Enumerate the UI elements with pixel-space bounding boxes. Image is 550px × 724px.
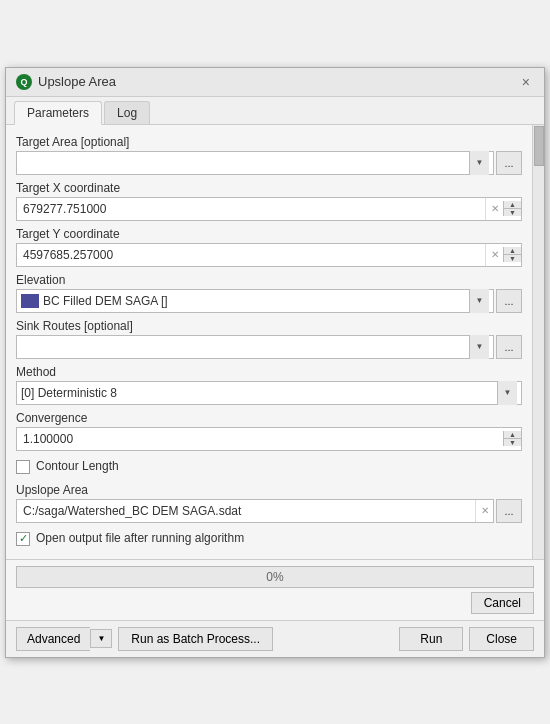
convergence-field: Convergence ▲ ▼ [16,411,522,451]
upslope-area-row: ✕ ... [16,499,522,523]
target-x-clear-button[interactable]: ✕ [485,198,503,220]
sink-routes-browse-button[interactable]: ... [496,335,522,359]
advanced-button-group: Advanced ▼ [16,627,112,651]
target-y-spin-arrows: ▲ ▼ [503,247,521,262]
contour-length-label: Contour Length [36,459,119,473]
method-field: Method [0] Deterministic 8 ▼ [16,365,522,405]
advanced-arrow-button[interactable]: ▼ [90,629,112,648]
target-area-browse-button[interactable]: ... [496,151,522,175]
progress-bar: 0% [16,566,534,588]
parameters-panel: Target Area [optional] ▼ ... Target X co… [6,125,532,559]
progress-area: 0% Cancel [6,559,544,620]
title-bar: Q Upslope Area × [6,68,544,97]
target-x-up-button[interactable]: ▲ [504,201,521,209]
upslope-area-browse-button[interactable]: ... [496,499,522,523]
advanced-button[interactable]: Advanced [16,627,90,651]
target-area-row: ▼ ... [16,151,522,175]
batch-process-button[interactable]: Run as Batch Process... [118,627,273,651]
target-x-field: Target X coordinate ✕ ▲ ▼ [16,181,522,221]
upslope-area-input[interactable] [17,502,475,520]
target-x-input[interactable] [17,200,485,218]
target-area-combo-arrow[interactable]: ▼ [469,151,489,175]
target-area-field: Target Area [optional] ▼ ... [16,135,522,175]
target-y-label: Target Y coordinate [16,227,522,241]
content-wrapper: Target Area [optional] ▼ ... Target X co… [6,125,544,559]
run-button[interactable]: Run [399,627,463,651]
method-value: [0] Deterministic 8 [21,386,497,400]
open-output-label: Open output file after running algorithm [36,531,244,545]
elevation-combo-arrow[interactable]: ▼ [469,289,489,313]
convergence-down-button[interactable]: ▼ [504,439,521,446]
target-x-spinbox: ✕ ▲ ▼ [16,197,522,221]
title-bar-left: Q Upslope Area [16,74,116,90]
target-y-clear-button[interactable]: ✕ [485,244,503,266]
target-x-spin-arrows: ▲ ▼ [503,201,521,216]
progress-value: 0% [266,570,283,584]
target-x-row: ✕ ▲ ▼ [16,197,522,221]
target-x-down-button[interactable]: ▼ [504,209,521,216]
contour-length-checkbox[interactable] [16,460,30,474]
method-combo[interactable]: [0] Deterministic 8 ▼ [16,381,522,405]
target-x-label: Target X coordinate [16,181,522,195]
target-y-up-button[interactable]: ▲ [504,247,521,255]
target-area-combo[interactable]: ▼ [16,151,494,175]
sink-routes-combo-arrow[interactable]: ▼ [469,335,489,359]
convergence-spin-arrows: ▲ ▼ [503,431,521,446]
convergence-up-button[interactable]: ▲ [504,431,521,439]
elevation-value: BC Filled DEM SAGA [] [43,294,469,308]
elevation-browse-button[interactable]: ... [496,289,522,313]
tab-bar: Parameters Log [6,97,544,125]
upslope-area-clear-button[interactable]: ✕ [475,500,493,522]
tab-log[interactable]: Log [104,101,150,124]
dialog-upslope-area: Q Upslope Area × Parameters Log Target A… [5,67,545,658]
sink-routes-combo[interactable]: ▼ [16,335,494,359]
scrollbar[interactable] [532,125,544,559]
upslope-area-label: Upslope Area [16,483,522,497]
target-y-field: Target Y coordinate ✕ ▲ ▼ [16,227,522,267]
target-y-spinbox: ✕ ▲ ▼ [16,243,522,267]
convergence-label: Convergence [16,411,522,425]
target-y-input[interactable] [17,246,485,264]
window-title: Upslope Area [38,74,116,89]
qgis-icon: Q [16,74,32,90]
tab-parameters[interactable]: Parameters [14,101,102,125]
open-output-row: ✓ Open output file after running algorit… [16,529,522,549]
sink-routes-row: ▼ ... [16,335,522,359]
target-y-down-button[interactable]: ▼ [504,255,521,262]
window-close-button[interactable]: × [518,75,534,89]
bottom-buttons: Advanced ▼ Run as Batch Process... Run C… [6,620,544,657]
close-button[interactable]: Close [469,627,534,651]
elevation-field: Elevation BC Filled DEM SAGA [] ▼ ... [16,273,522,313]
elevation-layer-icon [21,294,39,308]
elevation-label: Elevation [16,273,522,287]
cancel-button[interactable]: Cancel [471,592,534,614]
upslope-area-input-box: ✕ [16,499,494,523]
method-row: [0] Deterministic 8 ▼ [16,381,522,405]
target-area-label: Target Area [optional] [16,135,522,149]
method-label: Method [16,365,522,379]
method-combo-arrow[interactable]: ▼ [497,381,517,405]
convergence-input[interactable] [17,430,503,448]
open-output-checkbox[interactable]: ✓ [16,532,30,546]
sink-routes-field: Sink Routes [optional] ▼ ... [16,319,522,359]
convergence-row: ▲ ▼ [16,427,522,451]
elevation-row: BC Filled DEM SAGA [] ▼ ... [16,289,522,313]
sink-routes-label: Sink Routes [optional] [16,319,522,333]
elevation-combo[interactable]: BC Filled DEM SAGA [] ▼ [16,289,494,313]
contour-length-row: Contour Length [16,457,522,477]
upslope-area-field: Upslope Area ✕ ... [16,483,522,523]
target-y-row: ✕ ▲ ▼ [16,243,522,267]
convergence-spinbox: ▲ ▼ [16,427,522,451]
scrollbar-thumb[interactable] [534,126,544,166]
